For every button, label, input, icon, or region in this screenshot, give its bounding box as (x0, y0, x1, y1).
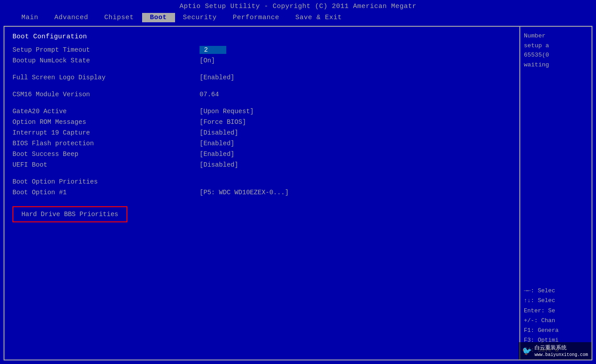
label-beep: Boot Success Beep (12, 151, 200, 158)
value-logo[interactable]: [Enabled] (200, 74, 234, 81)
menu-main[interactable]: Main (13, 13, 46, 22)
value-beep[interactable]: [Enabled] (200, 151, 234, 158)
menu-save-exit[interactable]: Save & Exit (287, 13, 350, 22)
right-line-3: 65535(0 (524, 50, 588, 60)
menu-boot[interactable]: Boot (142, 13, 175, 22)
twitter-icon: 🐦 (522, 346, 532, 356)
setting-row-optrom: Option ROM Messages [Force BIOS] (12, 117, 511, 127)
label-biosflash: BIOS Flash protection (12, 140, 200, 147)
menu-security[interactable]: Security (175, 13, 225, 22)
label-csm16: CSM16 Module Verison (12, 91, 200, 98)
right-line-4: waiting (524, 60, 588, 70)
setting-row-beep: Boot Success Beep [Enabled] (12, 149, 511, 159)
hdd-bbs-label: Hard Drive BBS Priorities (21, 211, 118, 218)
value-boot-option1[interactable]: [P5: WDC WD10EZEX-0...] (200, 189, 289, 196)
setting-row-csm16: CSM16 Module Verison 07.64 (12, 90, 511, 99)
value-optrom[interactable]: [Force BIOS] (200, 119, 246, 126)
value-biosflash[interactable]: [Enabled] (200, 140, 234, 147)
menu-advanced[interactable]: Advanced (46, 13, 96, 22)
menu-chipset[interactable]: Chipset (96, 13, 142, 22)
watermark-site-text: 白云重装系统www.baiyunxitong.com (535, 344, 588, 358)
timeout-selected-value[interactable]: 2 (200, 46, 226, 54)
label-boot-priorities: Boot Option Priorities (12, 178, 200, 185)
right-panel: Number setup a 65535(0 waiting →←: Selec… (520, 27, 592, 360)
menu-performance[interactable]: Performance (225, 13, 288, 22)
value-timeout[interactable]: 2 (200, 46, 226, 54)
key-hint-ud: ↑↓: Selec (524, 296, 588, 306)
bios-screen: Aptio Setup Utility - Copyright (C) 2011… (0, 0, 596, 364)
setting-row-boot-priorities: Boot Option Priorities (12, 177, 511, 187)
setting-row-timeout: Setup Prompt Timeout 2 (12, 45, 511, 55)
label-optrom: Option ROM Messages (12, 119, 200, 126)
value-uefi[interactable]: [Disabled] (200, 161, 238, 168)
label-gatea20: GateA20 Active (12, 108, 200, 115)
section-title: Boot Configuration (12, 33, 511, 41)
setting-row-uefi: UEFI Boot [Disabled] (12, 160, 511, 170)
label-int19: Interrupt 19 Capture (12, 129, 200, 136)
setting-row-numlock: Bootup NumLock State [On] (12, 56, 511, 65)
label-timeout: Setup Prompt Timeout (12, 46, 200, 53)
label-logo: Full Screen Logo Display (12, 74, 200, 81)
value-int19[interactable]: [Disabled] (200, 129, 238, 136)
key-hint-enter: Enter: Se (524, 306, 588, 316)
hdd-bbs-priorities-item[interactable]: Hard Drive BBS Priorities (12, 206, 127, 222)
label-boot-option1: Boot Option #1 (12, 189, 200, 196)
key-hint-f1: F1: Genera (524, 326, 588, 335)
setting-row-boot-option1: Boot Option #1 [P5: WDC WD10EZEX-0...] (12, 188, 511, 197)
title-text: Aptio Setup Utility - Copyright (C) 2011… (180, 3, 416, 10)
setting-row-biosflash: BIOS Flash protection [Enabled] (12, 139, 511, 148)
left-panel: Boot Configuration Setup Prompt Timeout … (4, 27, 520, 360)
watermark: 🐦 白云重装系统www.baiyunxitong.com (518, 342, 592, 360)
value-gatea20[interactable]: [Upon Request] (200, 108, 254, 115)
setting-row-gatea20: GateA20 Active [Upon Request] (12, 106, 511, 116)
content-area: Boot Configuration Setup Prompt Timeout … (4, 26, 592, 360)
label-uefi: UEFI Boot (12, 161, 200, 168)
right-line-1: Number (524, 31, 588, 41)
menu-bar: Main Advanced Chipset Boot Security Perf… (0, 12, 596, 24)
title-bar: Aptio Setup Utility - Copyright (C) 2011… (0, 0, 596, 12)
right-line-2: setup a (524, 41, 588, 51)
key-hint-lr: →←: Selec (524, 286, 588, 296)
key-hint-plusminus: +/-: Chan (524, 316, 588, 326)
value-numlock[interactable]: [On] (200, 57, 215, 64)
setting-row-int19: Interrupt 19 Capture [Disabled] (12, 128, 511, 138)
right-top-text: Number setup a 65535(0 waiting (524, 31, 588, 70)
setting-row-logo: Full Screen Logo Display [Enabled] (12, 73, 511, 82)
value-csm16: 07.64 (200, 91, 219, 98)
label-numlock: Bootup NumLock State (12, 57, 200, 64)
